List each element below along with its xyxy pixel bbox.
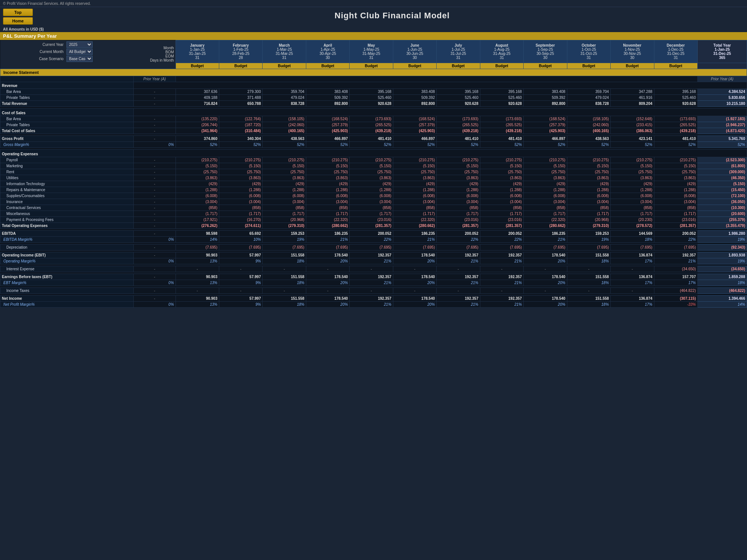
current-month-select[interactable]: All Budget: [66, 49, 93, 55]
net-profit-margin-row: Net Profit Margin% 0% 13% 9% 18% 20% 21%…: [0, 302, 747, 308]
total-cos-row: Total Cost of Sales - (341.964) (310.484…: [0, 128, 747, 134]
revenue-section-header: Revenue: [0, 82, 747, 89]
supplies-row: Supplies/Consumables - (6.008) (6.008) (…: [0, 193, 747, 199]
top-bar: © Profit Vision Financial Services. All …: [0, 0, 747, 7]
bar-area-cos-row: Bar Area - (135.220) (122.764) (158.105)…: [0, 116, 747, 122]
it-row: Information Technology - (429) (429) (42…: [0, 181, 747, 187]
ebit-row: Operating Income (EBIT) - 90.903 57.997 …: [0, 252, 747, 258]
current-year-select[interactable]: 2025: [66, 41, 93, 48]
utilities-row: Utilities - (3.863) (3.863) (3.863) (3.8…: [0, 175, 747, 181]
all-amounts: All Amounts in USD ($): [0, 26, 747, 32]
pl-header: P&L Summary Per Year: [0, 32, 747, 40]
prior-year-header: Prior Year (A) Prior Year (A): [0, 76, 747, 82]
income-taxes-row: Income Taxes - - - - - - - - - - - - (46…: [0, 288, 747, 294]
marketing-row: Marketing - (5.150) (5.150) (5.150) (5.1…: [0, 163, 747, 169]
current-year-label: Current Year: [43, 43, 63, 47]
private-tables-row: Private Tables - 409.188 371.488 479.024…: [0, 95, 747, 101]
home-button[interactable]: Home: [3, 17, 33, 25]
budget-header-row: Budget Budget Budget Budget Budget Budge…: [0, 63, 747, 69]
gross-profit-row: Gross Profit - 374.860 340.304 438.563 4…: [0, 136, 747, 142]
income-statement-header: Income Statement: [0, 69, 747, 76]
total-revenue-row: Total Revenue - 716.824 650.788 838.728 …: [0, 101, 747, 107]
interest-row: Interest Expense - - - - - - - - - - - -…: [0, 266, 747, 272]
case-scenario-select[interactable]: Base Case: [66, 56, 93, 62]
total-opex-row: Total Operating Expenses - (276.262) (27…: [0, 223, 747, 229]
insurance-row: Insurance - (3.004) (3.004) (3.004) (3.0…: [0, 199, 747, 205]
payroll-row: Payroll - (210.275) (210.275) (210.275) …: [0, 157, 747, 163]
repairs-row: Repairs & Maintenance - (1.288) (1.288) …: [0, 187, 747, 193]
opex-section-header: Operating Expenses: [0, 150, 747, 157]
contractual-row: Contractual Services - (858) (858) (858)…: [0, 205, 747, 211]
payment-fees-row: Payment & Processing Fees - (17.921) (16…: [0, 217, 747, 223]
top-button[interactable]: Top: [3, 9, 33, 16]
operating-margin-row: Operating Margin% 0% 13% 9% 18% 20% 21% …: [0, 258, 747, 264]
cos-section-header: Cost of Sales: [0, 109, 747, 116]
page-title: Night Club Financial Model: [37, 11, 747, 21]
gross-margin-row: Gross Margin% 0% 52% 52% 52% 52% 52% 52%…: [0, 142, 747, 148]
private-tables-cos-row: Private Tables - (206.744) (187.720) (24…: [0, 122, 747, 128]
copyright-text: © Profit Vision Financial Services. All …: [3, 1, 91, 6]
ebt-margin-row: EBT Margin% 0% 13% 9% 18% 20% 21% 20% 21…: [0, 280, 747, 286]
rent-row: Rent - (25.750) (25.750) (25.750) (25.75…: [0, 169, 747, 175]
depreciation-row: Depreciation - (7.695) (7.695) (7.695) (…: [0, 245, 747, 251]
current-month-label: Current Month: [40, 50, 63, 54]
ebitda-row: EBITDA - 98.598 65.692 159.253 186.235 2…: [0, 231, 747, 237]
ebitda-margin-row: EBITDA Margin% 0% 14% 10% 19% 21% 22% 21…: [0, 237, 747, 243]
section-title: P&L Summary Per Year: [3, 33, 57, 39]
miscellaneous-row: Miscellaneous - (1.717) (1.717) (1.717) …: [0, 211, 747, 217]
amounts-label: All Amounts in USD ($): [3, 27, 44, 31]
ebt-row: Earnings Before taxes (EBT) - 90.903 57.…: [0, 274, 747, 280]
bar-area-row: Bar Area - 307.636 279.300 359.704 383.4…: [0, 89, 747, 95]
case-scenario-label: Case Scenario: [39, 57, 63, 61]
net-income-row: Net Income - 90.903 57.997 151.558 178.5…: [0, 296, 747, 302]
